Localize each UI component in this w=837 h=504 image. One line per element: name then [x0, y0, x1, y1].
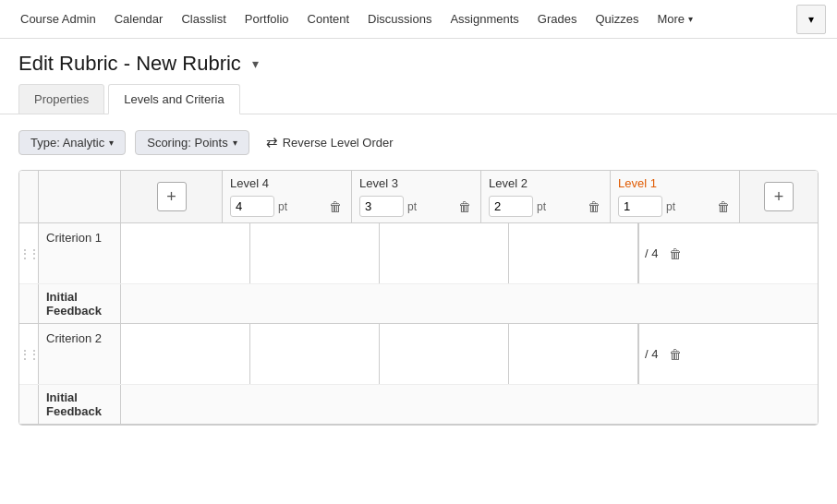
criterion-2-name-cell[interactable]: Criterion 2 [38, 324, 121, 384]
add-icon: + [166, 187, 176, 207]
criterion-1-feedback-row: Initial Feedback [19, 283, 818, 323]
add-level-left-cell: + [121, 171, 223, 222]
tab-levels-criteria[interactable]: Levels and Criteria [108, 84, 239, 114]
nav-portfolio[interactable]: Portfolio [236, 0, 298, 39]
level-3-points-input[interactable] [359, 196, 404, 217]
nav-grades[interactable]: Grades [528, 0, 587, 39]
criterion-2-feedback-row: Initial Feedback [19, 384, 818, 424]
nav-discussions[interactable]: Discussions [358, 0, 441, 39]
level-3-header: Level 3 pt 🗑 [352, 171, 481, 222]
level-1-header: Level 1 pt 🗑 [611, 171, 740, 222]
level-1-delete-button[interactable]: 🗑 [715, 198, 732, 216]
add-level-right-button[interactable]: + [764, 182, 794, 211]
nav-quizzes[interactable]: Quizzes [587, 0, 649, 39]
type-dropdown-button[interactable]: Type: Analytic ▾ [18, 130, 126, 155]
page-title: Edit Rubric - New Rubric [18, 52, 241, 76]
criterion-1-drag-handle[interactable]: ⋮⋮ [19, 223, 38, 283]
add-level-left-button[interactable]: + [157, 182, 187, 211]
reverse-level-button[interactable]: ⇄ Reverse Level Order [259, 129, 401, 155]
criterion-2-level-1-cell[interactable] [509, 324, 638, 384]
level-3-delete-button[interactable]: 🗑 [456, 198, 473, 216]
criterion-2-drag-handle[interactable]: ⋮⋮ [19, 324, 38, 384]
criterion-1-level-1-cell[interactable] [509, 223, 638, 283]
level-2-name[interactable]: Level 2 [489, 176, 602, 190]
rubric-container: + Level 4 pt 🗑 Level 3 pt 🗑 [18, 170, 819, 426]
criterion-2-level-2-cell[interactable] [380, 324, 509, 384]
criterion-1-feedback-content[interactable] [121, 284, 818, 323]
level-4-name[interactable]: Level 4 [230, 176, 344, 190]
page-header: Edit Rubric - New Rubric ▾ [0, 39, 837, 83]
level-2-header: Level 2 pt 🗑 [481, 171, 611, 222]
criterion-2-level-4-cell[interactable] [121, 324, 250, 384]
add-right-icon: + [774, 187, 784, 207]
level-4-delete-button[interactable]: 🗑 [327, 198, 344, 216]
chevron-down-icon: ▾ [808, 13, 814, 26]
page-title-chevron-icon: ▾ [252, 56, 259, 71]
level-1-name[interactable]: Level 1 [618, 176, 732, 190]
scoring-chevron-icon: ▾ [233, 138, 237, 148]
scoring-dropdown-button[interactable]: Scoring: Points ▾ [135, 130, 249, 155]
criterion-1-level-3-cell[interactable] [250, 223, 380, 283]
nav-classlist[interactable]: Classlist [172, 0, 235, 39]
add-level-right-cell: + [740, 171, 818, 222]
criterion-2-level-3-cell[interactable] [250, 324, 380, 384]
level-4-header: Level 4 pt 🗑 [223, 171, 352, 222]
criterion-2-row: ⋮⋮ Criterion 2 / 4 🗑 Initial Feedback [19, 324, 818, 425]
nav-more[interactable]: More ▾ [648, 0, 702, 39]
criterion-1-row: ⋮⋮ Criterion 1 / 4 🗑 Initial Feedback [19, 223, 818, 324]
nav-assignments[interactable]: Assignments [441, 0, 528, 39]
criterion-2-feedback-label: Initial Feedback [38, 385, 121, 424]
main-content: Type: Analytic ▾ Scoring: Points ▾ ⇄ Rev… [0, 114, 837, 440]
type-chevron-icon: ▾ [109, 138, 114, 148]
criterion-1-delete-button[interactable]: 🗑 [663, 223, 687, 283]
tabs-container: Properties Levels and Criteria [0, 83, 837, 114]
reverse-icon: ⇄ [266, 134, 278, 150]
more-chevron-icon: ▾ [688, 0, 693, 39]
criterion-1-feedback-label: Initial Feedback [38, 284, 121, 323]
criterion-2-delete-button[interactable]: 🗑 [663, 324, 687, 384]
criterion-2-score: / 4 [638, 324, 663, 384]
nav-content[interactable]: Content [298, 0, 359, 39]
level-2-pt-label: pt [537, 200, 546, 213]
level-4-pt-label: pt [278, 200, 287, 213]
page-title-dropdown-button[interactable]: ▾ [249, 54, 262, 73]
header-criterion-space [38, 171, 121, 222]
criterion-1-level-4-cell[interactable] [121, 223, 250, 283]
level-2-delete-button[interactable]: 🗑 [586, 198, 602, 216]
level-1-points-input[interactable] [618, 196, 662, 217]
level-3-name[interactable]: Level 3 [359, 176, 473, 190]
criterion-2-feedback-content[interactable] [121, 385, 818, 424]
rubric-header-row: + Level 4 pt 🗑 Level 3 pt 🗑 [19, 171, 818, 223]
top-nav: Course Admin Calendar Classlist Portfoli… [0, 0, 837, 39]
nav-course-admin[interactable]: Course Admin [11, 0, 105, 39]
header-corner [19, 171, 38, 222]
nav-collapse-button[interactable]: ▾ [796, 5, 826, 34]
level-1-pt-label: pt [666, 200, 675, 213]
criterion-1-name-cell[interactable]: Criterion 1 [38, 223, 121, 283]
criterion-1-score: / 4 [638, 223, 663, 283]
level-4-points-input[interactable] [230, 196, 274, 217]
level-2-points-input[interactable] [489, 196, 533, 217]
tab-properties[interactable]: Properties [18, 84, 104, 114]
toolbar: Type: Analytic ▾ Scoring: Points ▾ ⇄ Rev… [18, 129, 819, 155]
level-3-pt-label: pt [407, 200, 417, 213]
criterion-1-level-2-cell[interactable] [380, 223, 509, 283]
nav-calendar[interactable]: Calendar [105, 0, 173, 39]
